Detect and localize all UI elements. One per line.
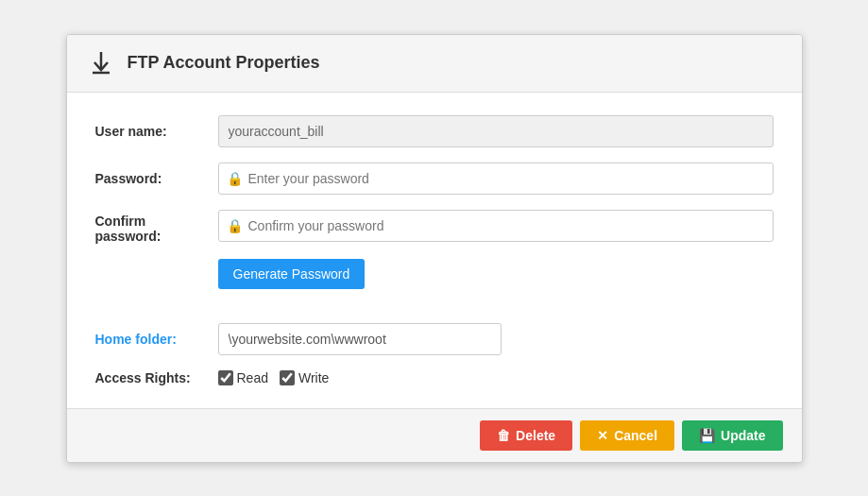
confirm-password-wrapper: 🔒 <box>218 210 774 242</box>
username-input[interactable] <box>218 115 774 147</box>
password-label: Password: <box>95 171 218 186</box>
write-checkbox[interactable] <box>280 370 295 385</box>
home-folder-label[interactable]: Home folder: <box>95 332 218 347</box>
delete-label: Delete <box>516 428 555 443</box>
cancel-button[interactable]: ✕ Cancel <box>580 420 674 451</box>
confirm-password-input[interactable] <box>248 218 765 233</box>
update-label: Update <box>721 428 765 443</box>
username-row: User name: <box>95 115 774 147</box>
dialog-footer: 🗑 Delete ✕ Cancel 💾 Update <box>67 408 802 462</box>
password-input[interactable] <box>248 171 765 186</box>
dialog-body: User name: Password: 🔒 Confirm password:… <box>67 93 802 408</box>
access-rights-label: Access Rights: <box>95 370 218 385</box>
dialog-title: FTP Account Properties <box>128 53 320 73</box>
delete-icon: 🗑 <box>497 428 510 443</box>
lock-icon: 🔒 <box>227 171 243 186</box>
confirm-password-label: Confirm password: <box>95 210 218 244</box>
ftp-account-dialog: FTP Account Properties User name: Passwo… <box>66 34 803 463</box>
write-label: Write <box>298 370 329 385</box>
ftp-icon <box>86 48 116 78</box>
generate-password-section: Generate Password <box>95 259 774 304</box>
read-checkbox[interactable] <box>218 370 233 385</box>
home-folder-row: Home folder: <box>95 323 774 355</box>
checkbox-group: Read Write <box>218 370 330 385</box>
cancel-icon: ✕ <box>597 428 608 443</box>
dialog-header: FTP Account Properties <box>67 35 802 93</box>
delete-button[interactable]: 🗑 Delete <box>480 420 572 451</box>
cancel-label: Cancel <box>614 428 657 443</box>
username-label: User name: <box>95 124 218 139</box>
update-button[interactable]: 💾 Update <box>682 420 782 451</box>
confirm-password-row: Confirm password: 🔒 <box>95 210 774 244</box>
update-icon: 💾 <box>699 428 715 443</box>
password-row: Password: 🔒 <box>95 162 774 195</box>
read-label: Read <box>237 370 268 385</box>
confirm-lock-icon: 🔒 <box>227 218 243 233</box>
password-wrapper: 🔒 <box>218 162 774 195</box>
home-folder-input[interactable] <box>218 323 502 355</box>
generate-password-button[interactable]: Generate Password <box>218 259 366 289</box>
read-checkbox-item: Read <box>218 370 268 385</box>
access-rights-row: Access Rights: Read Write <box>95 370 774 385</box>
write-checkbox-item: Write <box>280 370 329 385</box>
